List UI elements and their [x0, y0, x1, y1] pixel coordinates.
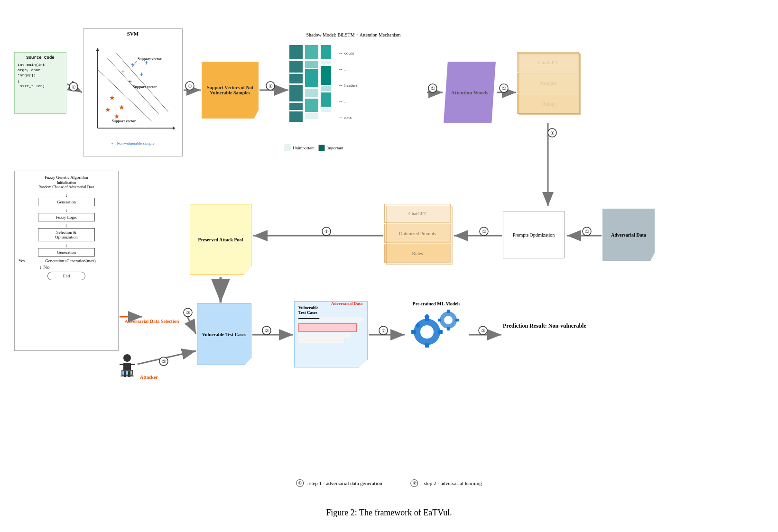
svg-line-45 [67, 84, 82, 92]
adversarial-highlight [298, 323, 357, 332]
figure-caption: Figure 2: The framework of EaTVul. [0, 508, 778, 518]
ml-models-box: Pre-trained ML Models [406, 301, 467, 363]
svg-text:★: ★ [105, 106, 111, 113]
svg-point-81 [262, 326, 271, 335]
svg-line-5 [116, 53, 168, 112]
svg-point-58 [500, 84, 508, 92]
flow-arrow-3: ↓ [19, 222, 114, 228]
svg-rect-42 [128, 371, 130, 377]
svg-text:①: ① [188, 83, 192, 89]
svg-point-52 [266, 82, 275, 90]
attacker-svg [118, 353, 137, 379]
svg-rect-41 [124, 371, 126, 377]
main-container: Source Code int main(intargc, char*argv[… [0, 0, 778, 532]
generation-condition: Generation<Generation(max) [27, 258, 114, 263]
bilstm-visual: →count →... →headers →... →data [289, 45, 357, 126]
svg-text:①: ① [269, 83, 273, 89]
step1-legend: ① : step 1 - adversarial data generation [296, 479, 382, 487]
svg-text:★: ★ [109, 94, 115, 101]
svg-text:Support vector: Support vector [111, 119, 136, 123]
flow-arrow-1: ↓ [19, 192, 114, 198]
fuzzy-title: Fuzzy Genetic Algorithm [19, 175, 114, 180]
svg-rect-25 [438, 330, 443, 334]
flow-box-selection: Selection &Optimization [38, 228, 95, 241]
svg-text:②: ② [186, 310, 190, 315]
shadow-model-title: Shadow Model: BiLSTM + Attention Mechani… [292, 32, 415, 37]
source-code-box: Source Code int main(intargc, char*argv[… [14, 52, 66, 114]
vuln-test-title2: VulnerableTest Cases [298, 305, 363, 315]
fuzzy-subtitle: InitialisationRandom Choose of Adversari… [19, 181, 114, 189]
adversarial-data-selection: Adversarial Data Selection [119, 311, 185, 332]
gears-svg [408, 308, 465, 351]
step2-circle: ② [411, 479, 418, 487]
bilstm-col1 [289, 45, 303, 122]
code-area: ━━━━━━━━━━━ [298, 317, 363, 343]
svg-text:Support vector: Support vector [138, 57, 162, 61]
svg-point-55 [428, 84, 437, 92]
svg-text:Support vector: Support vector [133, 85, 157, 89]
step2-legend: ② : step 2 - adversarial learning [411, 479, 482, 487]
svg-rect-39 [120, 364, 123, 365]
vulnerable-test-cases-2: VulnerableTest Cases ━━━━━━━━━━━ [294, 301, 368, 367]
chatgpt-stack: ChatGPT Prompts Rules [517, 52, 579, 115]
svg-rect-38 [120, 376, 134, 376]
ml-title: Pre-trained ML Models [413, 301, 461, 306]
svm-container: SVM + + + + + ★ ★ ★ ★ Support vector S [83, 28, 183, 156]
svg-text:+: + [121, 68, 125, 75]
svg-rect-32 [438, 319, 441, 321]
bilstm-col2 [305, 45, 318, 119]
svg-text:①: ① [502, 86, 506, 91]
svg-point-46 [69, 83, 78, 91]
svg-line-77 [138, 351, 196, 364]
fuzzy-algorithm-container: Fuzzy Genetic Algorithm InitialisationRa… [14, 171, 119, 351]
svg-text:+: + [128, 78, 132, 85]
svg-rect-24 [411, 330, 416, 334]
svg-point-67 [480, 227, 488, 236]
svm-chart: + + + + + ★ ★ ★ ★ Support vector Support… [83, 38, 182, 143]
flow-arrow-4: ↓ [19, 242, 114, 248]
svg-text:★: ★ [119, 104, 125, 111]
svg-text:①: ① [585, 229, 589, 234]
end-oval: End [47, 272, 85, 280]
svg-rect-40 [131, 364, 135, 365]
svg-text:①: ① [482, 229, 486, 234]
flow-box-fuzzy: Fuzzy Logic [38, 213, 95, 221]
svg-rect-23 [425, 343, 429, 348]
svg-text:②: ② [381, 328, 386, 333]
svg-point-29 [444, 316, 453, 324]
support-vectors-box: Support Vectors of Not Vulnerable Sample… [202, 62, 259, 119]
flow-arrow-2: ↓ [19, 207, 114, 213]
svg-point-49 [185, 82, 194, 90]
adversarial-data-label: Adversarial Data [331, 301, 362, 306]
svg-rect-30 [447, 310, 450, 313]
chatgpt-opt-stack: ChatGPT Optimized Prompts Rules [384, 204, 451, 264]
vulnerable-test-cases-1: Vulnerable Test Cases [197, 303, 251, 365]
svg-text:+: + [140, 71, 144, 78]
down-arrow-no: ↓ No [39, 264, 50, 270]
svg-text:②: ② [481, 328, 485, 333]
svg-text:②: ② [162, 359, 166, 364]
svg-point-21 [420, 325, 434, 339]
svg-point-61 [548, 128, 556, 137]
svg-text:②: ② [265, 328, 269, 333]
svg-text:①: ① [550, 130, 555, 136]
svg-point-34 [123, 354, 131, 362]
svg-point-64 [583, 227, 591, 236]
attacker-figure [118, 353, 137, 379]
importance-legend: Unimportant Important [285, 145, 343, 151]
step1-circle: ① [296, 479, 304, 487]
preserved-attack-pool: Preserved Attack Pool [190, 204, 251, 275]
adv-selection-text: Adversarial Data Selection [125, 319, 179, 324]
svg-text:①: ① [324, 229, 329, 234]
attacker-label: Attacker [140, 375, 158, 380]
svg-point-78 [159, 357, 168, 366]
svg-text:①: ① [431, 86, 435, 91]
step-legend: ① : step 1 - adversarial data generation… [296, 479, 482, 487]
bilstm-col3 [321, 45, 331, 112]
svg-rect-31 [447, 327, 450, 330]
svg-marker-3 [96, 48, 100, 51]
prediction-result: Prediction Result: Non-vulnerable [503, 322, 586, 330]
yes-label: Yes [19, 258, 25, 263]
prompts-optimization-box: Prompts Optimization [503, 211, 565, 258]
attention-words-box: Attention Words [444, 62, 496, 123]
